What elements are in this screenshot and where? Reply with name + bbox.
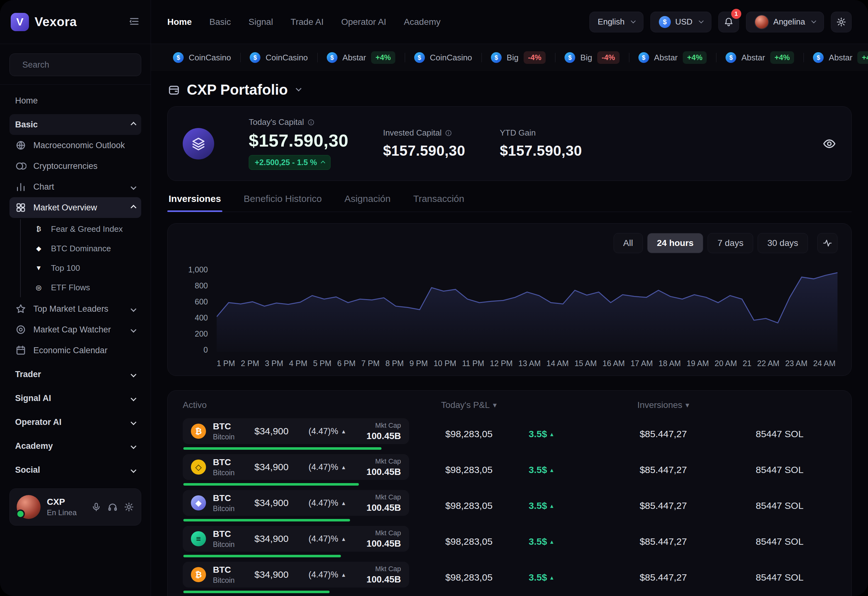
nav-link[interactable]: Trade AI — [291, 17, 323, 27]
nav-link[interactable]: Signal — [248, 17, 273, 27]
y-axis-label: 200 — [195, 330, 208, 338]
nav-link[interactable]: Basic — [210, 17, 231, 27]
sidebar-item-market-cap-watcher[interactable]: Market Cap Watcher — [9, 319, 141, 340]
activity-icon — [822, 238, 833, 248]
asset-symbol: BTC — [213, 529, 248, 539]
asset-symbol: BTC — [213, 493, 248, 503]
collapse-sidebar-button[interactable] — [128, 16, 140, 28]
range-filter-button[interactable]: 30 days — [757, 233, 808, 253]
sidebar-item-basic[interactable]: Basic — [9, 114, 141, 135]
assets-table: Activo Today's P&L▾ Inversiones▾ ₿ — [167, 390, 852, 596]
coin-icon: $ — [414, 52, 425, 63]
chevron-down-icon — [130, 443, 136, 449]
change-badge: -4% — [597, 51, 620, 64]
asset-symbol: BTC — [213, 422, 248, 432]
sidebar-item-btc-dominance[interactable]: ◆ BTC Dominance — [30, 239, 141, 258]
sidebar-item-social[interactable]: Social — [9, 459, 141, 480]
inversion-value: $85.447,27 — [604, 572, 723, 583]
table-row[interactable]: ₿ BTC Bitcoin $34,900 (4.47)% ▴ — [183, 562, 836, 593]
bar-chart-icon — [15, 181, 27, 192]
chevron-up-icon — [130, 205, 136, 210]
sidebar-item-economic-calendar[interactable]: Economic Calendar — [9, 340, 141, 361]
user-menu[interactable]: Angelina — [746, 12, 824, 32]
settings-button[interactable] — [124, 502, 134, 512]
pnl-change: 3.5$ ▴ — [528, 536, 592, 547]
sidebar-item-fear-greed-index[interactable]: ₿ Fear & Greed Index — [30, 219, 141, 239]
chevron-down-icon — [631, 19, 636, 24]
sidebar-item-operator-ai[interactable]: Operator AI — [9, 412, 141, 432]
table-row[interactable]: ≡ BTC Bitcoin $34,900 (4.47)% ▴ — [183, 526, 836, 557]
settings-button[interactable] — [831, 12, 852, 32]
chevron-down-icon — [130, 419, 136, 425]
ethereum-icon: ◆ — [33, 242, 45, 254]
ticker-item[interactable]: $ Abstar +4% — [317, 51, 405, 64]
change-badge: -4% — [524, 51, 546, 64]
x-axis-label: 8 PM — [385, 359, 403, 368]
search-input[interactable] — [22, 60, 134, 70]
ticker-item[interactable]: $ CoinCasino — [164, 52, 240, 63]
x-axis-label: 1 PM — [217, 359, 235, 368]
range-filter-button[interactable]: All — [614, 233, 643, 253]
language-selector[interactable]: English — [589, 12, 644, 32]
mic-button[interactable] — [91, 502, 101, 512]
x-axis-label: 6 PM — [337, 359, 355, 368]
ticker-item[interactable]: $ Abstar +4% — [629, 51, 716, 64]
sidebar-item-macroeconomic-outlook[interactable]: Macroeconomic Outlook — [9, 135, 141, 156]
ticker-item[interactable]: $ CoinCasino — [405, 52, 481, 63]
table-row[interactable]: ₿ BTC Bitcoin $34,900 (4.47)% ▴ — [183, 418, 836, 450]
currency-selector[interactable]: $ USD — [650, 12, 712, 32]
tab[interactable]: Inversiones — [167, 193, 222, 212]
change-badge: +4% — [683, 51, 707, 64]
invested-capital: Invested Capital $157.590,30 — [383, 128, 465, 159]
sidebar-item-home[interactable]: Home — [9, 90, 141, 111]
x-axis-label: 17 AM — [630, 359, 653, 368]
sidebar-item-academy[interactable]: Academy — [9, 435, 141, 456]
tab[interactable]: Beneficio Historico — [242, 193, 323, 212]
table-row[interactable]: ◇ BTC Bitcoin $34,900 (4.47)% ▴ — [183, 454, 836, 485]
headphones-button[interactable] — [108, 502, 118, 512]
arrow-up-icon: ▴ — [550, 574, 553, 581]
tab[interactable]: Asignación — [343, 193, 392, 212]
portfolio-summary-card: Today's Capital $157.590,30 +2.500,25 - … — [167, 106, 852, 181]
arrow-up-icon: ▴ — [342, 500, 345, 506]
column-header-inversiones[interactable]: Inversiones▾ — [604, 400, 723, 410]
sidebar-item-chart[interactable]: Chart — [9, 176, 141, 197]
sidebar-item-market-overview[interactable]: Market Overview — [9, 197, 141, 218]
table-row[interactable]: ◆ BTC Bitcoin $34,900 (4.47)% ▴ — [183, 490, 836, 521]
sidebar-item-top-market-leaders[interactable]: Top Market Leaders — [9, 298, 141, 319]
notifications-button[interactable]: 1 — [718, 12, 739, 32]
range-filter-button[interactable]: 7 days — [708, 233, 753, 253]
range-filter-button[interactable]: 24 hours — [647, 233, 704, 253]
chevron-down-icon[interactable] — [296, 86, 302, 91]
x-axis-label: 18 AM — [658, 359, 681, 368]
sidebar-item-cryptocurrencies[interactable]: Cryptocurrencies — [9, 156, 141, 176]
asset-name: Bitcoin — [213, 469, 248, 477]
y-axis-label: 0 — [204, 346, 208, 354]
tab[interactable]: Transacción — [412, 193, 465, 212]
progress-bar — [183, 555, 409, 557]
asset-cell: ₿ BTC Bitcoin $34,900 (4.47)% ▴ — [183, 418, 409, 444]
ticker-item[interactable]: $ Big -4% — [555, 51, 629, 64]
sidebar-item-top-100[interactable]: ▼ Top 100 — [30, 258, 141, 278]
column-header-pnl[interactable]: Today's P&L▾ — [409, 400, 528, 410]
mic-icon — [91, 502, 101, 512]
toggle-balance-visibility-button[interactable] — [822, 137, 836, 150]
ticker-item[interactable]: $ CoinCasino — [240, 52, 317, 63]
coins-icon — [15, 161, 27, 172]
chart-style-button[interactable] — [817, 233, 837, 253]
sidebar-item-etf-flows[interactable]: ◎ ETF Flows — [30, 278, 141, 297]
ticker-item[interactable]: $ Big -4% — [481, 51, 555, 64]
nav-link[interactable]: Academy — [404, 17, 441, 27]
ticker-item[interactable]: $ Abstar +4% — [803, 51, 868, 64]
sidebar-item-signal-ai[interactable]: Signal AI — [9, 388, 141, 409]
sidebar-item-trader[interactable]: Trader — [9, 364, 141, 385]
nav-link[interactable]: Home — [167, 17, 192, 27]
portfolio-tabs: Inversiones Beneficio Historico Asignaci… — [167, 193, 852, 212]
target-icon — [15, 324, 27, 335]
x-axis-label: 20 AM — [714, 359, 737, 368]
ticker-item[interactable]: $ Abstar +4% — [716, 51, 803, 64]
nav-link[interactable]: Operator AI — [341, 17, 386, 27]
eye-icon — [822, 137, 836, 150]
asset-symbol: BTC — [213, 565, 248, 575]
calendar-icon — [15, 345, 27, 356]
